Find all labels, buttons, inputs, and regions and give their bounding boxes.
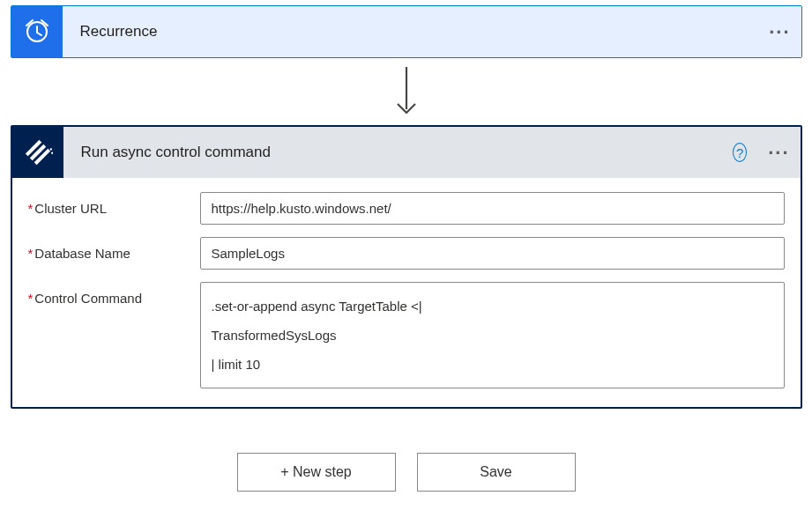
svg-line-4 — [37, 33, 41, 35]
trigger-more-button[interactable]: ··· — [758, 14, 801, 49]
clock-icon — [11, 6, 63, 57]
save-button[interactable]: Save — [417, 453, 576, 492]
svg-point-9 — [49, 148, 52, 151]
svg-point-10 — [50, 152, 52, 154]
action-header[interactable]: Run async control command ? ··· — [12, 127, 801, 178]
action-card-run-async-control-command: Run async control command ? ··· *Cluster… — [11, 125, 802, 409]
svg-rect-7 — [29, 144, 45, 160]
label-control-command: *Control Command — [28, 282, 200, 306]
new-step-button[interactable]: + New step — [237, 453, 396, 492]
ellipsis-icon: ··· — [768, 148, 789, 158]
label-cluster-url: *Cluster URL — [28, 192, 200, 216]
form-row-cluster-url: *Cluster URL — [28, 192, 785, 225]
action-title: Run async control command — [63, 144, 271, 161]
svg-rect-6 — [25, 140, 41, 156]
action-more-button[interactable]: ··· — [757, 135, 800, 170]
connector-arrow — [11, 58, 802, 125]
trigger-card-recurrence[interactable]: Recurrence ··· — [11, 5, 802, 58]
label-database-name: *Database Name — [28, 237, 200, 261]
ellipsis-icon: ··· — [769, 27, 790, 37]
input-control-command[interactable] — [200, 282, 785, 388]
trigger-header: Recurrence ··· — [11, 6, 801, 57]
action-body: *Cluster URL *Database Name *Control Com… — [12, 178, 801, 407]
help-icon: ? — [733, 143, 747, 162]
form-row-database-name: *Database Name — [28, 237, 785, 270]
kusto-icon — [12, 127, 63, 178]
input-database-name[interactable] — [200, 237, 785, 270]
help-button[interactable]: ? — [722, 135, 757, 170]
svg-rect-8 — [34, 149, 49, 165]
trigger-title: Recurrence — [63, 23, 158, 41]
input-cluster-url[interactable] — [200, 192, 785, 225]
footer-buttons: + New step Save — [11, 453, 802, 492]
form-row-control-command: *Control Command — [28, 282, 785, 391]
